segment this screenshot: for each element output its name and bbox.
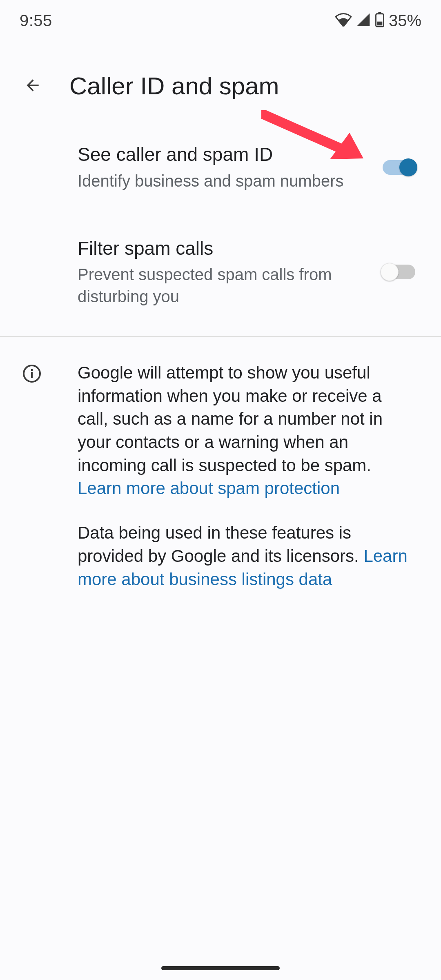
cellular-icon — [356, 13, 371, 28]
arrow-left-icon — [24, 76, 42, 96]
info-text: Google will attempt to show you useful i… — [78, 361, 416, 612]
setting-title: See caller and spam ID — [78, 143, 365, 167]
info-icon — [20, 361, 44, 612]
svg-rect-5 — [31, 369, 33, 371]
wifi-icon — [335, 13, 352, 28]
learn-more-spam-protection-link[interactable]: Learn more about spam protection — [78, 479, 340, 498]
setting-subtitle: Prevent suspected spam calls from distur… — [78, 263, 365, 307]
svg-rect-4 — [31, 372, 33, 378]
page-title: Caller ID and spam — [69, 72, 279, 100]
status-time: 9:55 — [20, 11, 52, 30]
info-para2: Data being used in these features is pro… — [78, 523, 363, 566]
setting-filter-spam-calls[interactable]: Filter spam calls Prevent suspected spam… — [0, 208, 441, 324]
header: Caller ID and spam — [0, 61, 441, 110]
svg-rect-1 — [378, 12, 381, 14]
settings-list: See caller and spam ID Identify business… — [0, 110, 441, 337]
setting-title: Filter spam calls — [78, 237, 365, 261]
info-para1: Google will attempt to show you useful i… — [78, 363, 383, 475]
back-button[interactable] — [16, 69, 49, 102]
toggle-filter-spam-calls[interactable] — [381, 263, 416, 281]
setting-subtitle: Identify business and spam numbers — [78, 170, 365, 192]
setting-text: Filter spam calls Prevent suspected spam… — [78, 237, 381, 308]
setting-text: See caller and spam ID Identify business… — [78, 143, 381, 192]
toggle-see-caller-and-spam-id[interactable] — [381, 158, 416, 177]
status-bar: 9:55 35% — [0, 0, 441, 41]
battery-icon — [375, 12, 385, 29]
setting-see-caller-and-spam-id[interactable]: See caller and spam ID Identify business… — [0, 127, 441, 208]
navigation-bar-handle[interactable] — [161, 966, 280, 970]
status-right: 35% — [335, 11, 421, 30]
battery-percent: 35% — [389, 11, 421, 30]
info-block: Google will attempt to show you useful i… — [0, 337, 441, 612]
svg-rect-2 — [377, 22, 383, 26]
